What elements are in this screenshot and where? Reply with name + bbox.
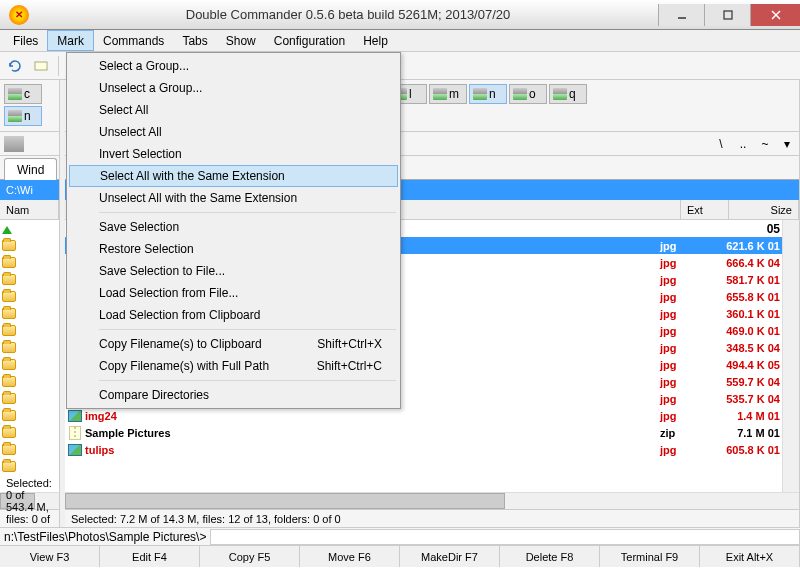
file-row[interactable]: [A [0, 254, 59, 271]
fn-button[interactable]: View F3 [0, 546, 100, 567]
file-size: 655.8 K 01 [708, 291, 782, 303]
drive-n[interactable]: n [4, 106, 42, 126]
file-row[interactable]: [B [0, 305, 59, 322]
drive-letter: c [24, 87, 30, 101]
folder-icon [2, 342, 16, 353]
file-row[interactable]: [diagnostics] [0, 407, 59, 424]
fn-button[interactable]: Delete F8 [500, 546, 600, 567]
file-row[interactable]: [DigitalLocker] [0, 424, 59, 441]
menu-item[interactable]: Select All with the Same Extension [69, 165, 398, 187]
left-tab[interactable]: Wind [4, 158, 57, 180]
file-row[interactable]: [a [0, 271, 59, 288]
menu-separator [99, 329, 396, 330]
menu-item-label: Save Selection to File... [99, 264, 225, 278]
menu-item[interactable]: Copy Filename(s) with Full PathShift+Ctr… [69, 355, 398, 377]
left-drive-info [0, 132, 59, 156]
file-row[interactable]: tulipsjpg605.8 K 01 [65, 441, 782, 458]
folder-icon [2, 393, 16, 404]
file-row[interactable]: [en] [0, 458, 59, 475]
fn-button[interactable]: Move F6 [300, 546, 400, 567]
vscroll[interactable] [782, 220, 799, 492]
file-row[interactable]: [DesktopTileResources] [0, 390, 59, 407]
drive-icon [473, 88, 487, 100]
menu-item-label: Load Selection from Clipboard [99, 308, 260, 322]
root-button[interactable]: \ [713, 136, 729, 152]
home-button[interactable]: ~ [757, 136, 773, 152]
menu-help[interactable]: Help [354, 30, 397, 51]
menu-item[interactable]: Copy Filename(s) to ClipboardShift+Ctrl+… [69, 333, 398, 355]
menu-mark[interactable]: Mark [47, 30, 94, 51]
menu-item[interactable]: Compare Directories [69, 384, 398, 406]
left-path-bar[interactable]: C:\Wi [0, 180, 59, 200]
close-button[interactable] [750, 4, 800, 26]
drive-n[interactable]: n [469, 84, 507, 104]
drive-q[interactable]: q [549, 84, 587, 104]
file-row[interactable]: [C [0, 356, 59, 373]
tool-button-2[interactable] [30, 55, 52, 77]
left-tabs: Wind [0, 156, 59, 180]
file-row[interactable]: [..] [0, 220, 59, 237]
drive-c[interactable]: c [4, 84, 42, 104]
refresh-button[interactable] [4, 55, 26, 77]
menu-item-label: Compare Directories [99, 388, 209, 402]
file-row[interactable]: [d [0, 373, 59, 390]
menu-item[interactable]: Save Selection to File... [69, 260, 398, 282]
fn-button[interactable]: Terminal F9 [600, 546, 700, 567]
menu-item-label: Unselect a Group... [99, 81, 202, 95]
file-row[interactable]: [a [0, 288, 59, 305]
image-icon [68, 410, 82, 422]
drive-letter: q [569, 87, 576, 101]
parent-button[interactable]: .. [735, 136, 751, 152]
menu-item[interactable]: Invert Selection [69, 143, 398, 165]
menu-show[interactable]: Show [217, 30, 265, 51]
menu-item-label: Copy Filename(s) to Clipboard [99, 337, 262, 351]
menu-item[interactable]: Select a Group... [69, 55, 398, 77]
menu-item[interactable]: Unselect a Group... [69, 77, 398, 99]
fn-button[interactable]: Exit Alt+X [700, 546, 800, 567]
menu-files[interactable]: Files [4, 30, 47, 51]
menu-item[interactable]: Select All [69, 99, 398, 121]
command-input[interactable] [210, 529, 800, 545]
fn-button[interactable]: Copy F5 [200, 546, 300, 567]
file-name: Sample Pictures [85, 427, 660, 439]
dropdown-button[interactable]: ▾ [779, 136, 795, 152]
fn-button[interactable]: MakeDir F7 [400, 546, 500, 567]
hscroll[interactable] [65, 492, 799, 509]
maximize-button[interactable] [704, 4, 750, 26]
menu-item[interactable]: Save Selection [69, 216, 398, 238]
drive-o[interactable]: o [509, 84, 547, 104]
file-size: 559.7 K 04 [708, 376, 782, 388]
file-ext: jpg [660, 325, 708, 337]
drive-m[interactable]: m [429, 84, 467, 104]
file-ext: zip [660, 427, 708, 439]
menu-commands[interactable]: Commands [94, 30, 173, 51]
image-icon [68, 444, 82, 456]
menu-configuration[interactable]: Configuration [265, 30, 354, 51]
menu-item[interactable]: Restore Selection [69, 238, 398, 260]
fn-button[interactable]: Edit F4 [100, 546, 200, 567]
file-row[interactable]: Sample Pictureszip7.1 M 01 [65, 424, 782, 441]
file-row[interactable]: [Downloaded Installations] [0, 441, 59, 458]
file-row[interactable]: [B [0, 322, 59, 339]
menu-item-label: Unselect All with the Same Extension [99, 191, 297, 205]
menu-item[interactable]: Unselect All with the Same Extension [69, 187, 398, 209]
menu-item[interactable]: Load Selection from File... [69, 282, 398, 304]
svg-rect-1 [724, 11, 732, 19]
folder-icon [2, 240, 16, 251]
file-row[interactable]: img24jpg1.4 M 01 [65, 407, 782, 424]
folder-icon [2, 325, 16, 336]
minimize-button[interactable] [658, 4, 704, 26]
menu-item[interactable]: Load Selection from Clipboard [69, 304, 398, 326]
menu-tabs[interactable]: Tabs [173, 30, 216, 51]
drive-letter: n [24, 109, 31, 123]
folder-icon [2, 461, 16, 472]
col-ext[interactable]: Ext [681, 200, 729, 219]
file-ext: jpg [660, 376, 708, 388]
menu-item[interactable]: Unselect All [69, 121, 398, 143]
col-size[interactable]: Size [729, 200, 799, 219]
left-file-list[interactable]: [..][a[A[a[a[B[B[C[C[d[DesktopTileResour… [0, 220, 59, 492]
col-name[interactable]: Nam [0, 200, 59, 219]
file-row[interactable]: [a [0, 237, 59, 254]
file-size: 348.5 K 04 [708, 342, 782, 354]
file-row[interactable]: [C [0, 339, 59, 356]
